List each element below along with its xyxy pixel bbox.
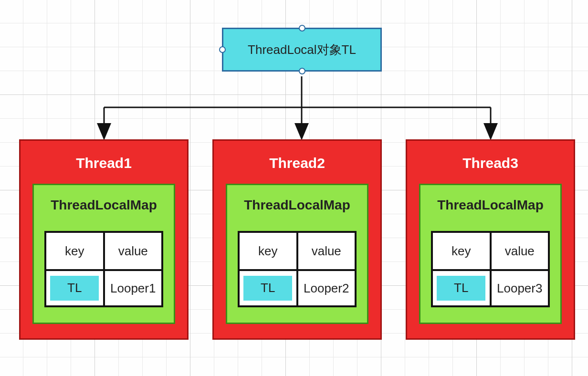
table-row: TL Looper2 (240, 269, 355, 305)
connector-handle-icon (299, 25, 305, 31)
tl-chip: TL (50, 276, 99, 301)
threadlocalmap-title: ThreadLocalMap (420, 198, 560, 213)
threadlocalmap-box: ThreadLocalMap key value TL Looper3 (419, 184, 562, 324)
table-row: key value (46, 233, 161, 269)
connector-handle-icon (219, 46, 226, 53)
thread-title: Thread1 (21, 155, 187, 171)
value-header-cell: value (103, 233, 162, 269)
threadlocal-node: ThreadLocal对象TL (222, 28, 382, 72)
thread-title: Thread2 (214, 155, 380, 171)
kv-table: key value TL Looper1 (44, 231, 163, 307)
table-row: key value (240, 233, 355, 269)
table-row: TL Looper3 (433, 269, 548, 305)
table-row: TL Looper1 (46, 269, 161, 305)
kv-table: key value TL Looper3 (431, 231, 550, 307)
threadlocalmap-box: ThreadLocalMap key value TL Looper2 (226, 184, 368, 324)
tl-chip: TL (437, 276, 485, 301)
thread-title: Thread3 (407, 155, 574, 171)
threadlocalmap-box: ThreadLocalMap key value TL Looper1 (32, 184, 175, 324)
thread-box-1: Thread1 ThreadLocalMap key value TL Loop… (19, 139, 189, 340)
value-header-cell: value (296, 233, 355, 269)
tl-chip: TL (243, 276, 292, 301)
value-cell: Looper2 (296, 271, 355, 305)
diagram-stage: ThreadLocal对象TL Thread1 ThreadLocalMap k… (0, 0, 588, 376)
threadlocalmap-title: ThreadLocalMap (34, 198, 174, 213)
connector-handle-icon (299, 68, 305, 74)
kv-table: key value TL Looper2 (238, 231, 357, 307)
table-row: key value (433, 233, 548, 269)
thread-box-3: Thread3 ThreadLocalMap key value TL Loop… (406, 139, 575, 340)
key-header-cell: key (46, 233, 103, 269)
key-cell: TL (46, 271, 103, 305)
threadlocalmap-title: ThreadLocalMap (227, 198, 367, 213)
thread-box-2: Thread2 ThreadLocalMap key value TL Loop… (212, 139, 382, 340)
key-header-cell: key (433, 233, 490, 269)
value-header-cell: value (490, 233, 548, 269)
key-cell: TL (433, 271, 490, 305)
key-header-cell: key (240, 233, 296, 269)
key-cell: TL (240, 271, 296, 305)
value-cell: Looper1 (103, 271, 162, 305)
value-cell: Looper3 (490, 271, 548, 305)
threadlocal-node-label: ThreadLocal对象TL (248, 42, 356, 58)
